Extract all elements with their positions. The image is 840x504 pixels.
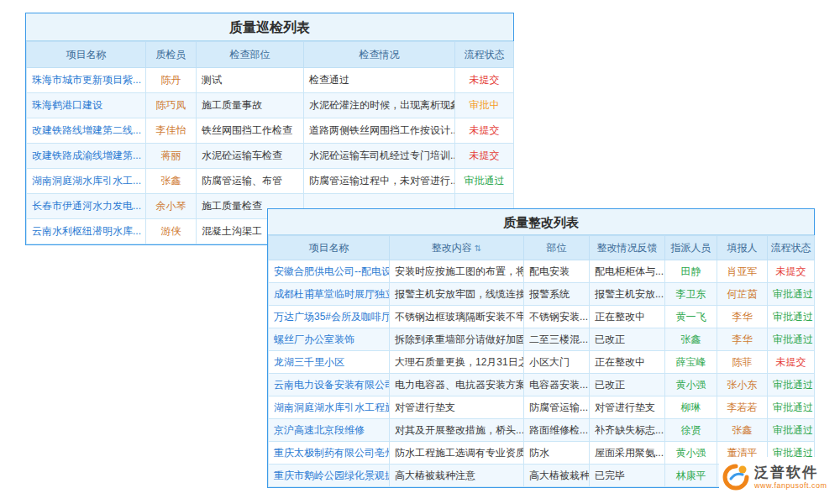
reporter-cell: 李若若 bbox=[717, 396, 768, 419]
rectify-content-cell: 安装时应按施工图的布置，将... bbox=[390, 260, 524, 283]
project-name-cell[interactable]: 龙湖三千里小区 bbox=[269, 351, 390, 374]
column-header-label: 质检员 bbox=[156, 49, 186, 60]
table-row[interactable]: 珠海市城市更新项目紫...陈丹测试检查通过未提交 bbox=[27, 68, 514, 93]
reporter-cell: 李华 bbox=[717, 306, 768, 328]
feedback-cell: 已改正 bbox=[590, 374, 665, 396]
table-row[interactable]: 云南电力设备安装有限公司20...电力电容器、电抗器安装方案,...电容器安装.… bbox=[269, 374, 815, 396]
part-cell: 不锈钢安装... bbox=[524, 306, 590, 328]
feedback-cell: 配电柜柜体与... bbox=[590, 260, 665, 283]
assignee-cell: 薛宝峰 bbox=[665, 351, 717, 374]
feedback-cell: 补齐缺失标志... bbox=[590, 419, 665, 442]
status-cell: 未提交 bbox=[768, 351, 815, 374]
column-header-inspection-detail: 检查情况 bbox=[304, 42, 455, 68]
table-row[interactable]: 安徽合肥供电公司--配电设备...安装时应按施工图的布置，将...配电安装配电柜… bbox=[269, 260, 815, 283]
table-row[interactable]: 京沪高速北京段维修对其及开展整改措施，桥头...路面维修检...补齐缺失标志..… bbox=[269, 419, 815, 442]
column-header-inspection-part: 检查部位 bbox=[197, 42, 304, 68]
assignee-cell: 田静 bbox=[665, 260, 717, 283]
assignee-cell: 张鑫 bbox=[665, 328, 717, 351]
column-header-inspector: 质检员 bbox=[146, 42, 197, 68]
table-row[interactable]: 珠海鹤港口建设陈巧凤施工质量事故水泥砼灌注的时候，出现离析现象审批中 bbox=[27, 93, 514, 118]
status-cell: 未提交 bbox=[768, 260, 815, 283]
rectify-list-panel: 质量整改列表 项目名称整改内容⇅部位整改情况反馈指派人员填报人流程状态 安徽合肥… bbox=[267, 208, 815, 488]
project-name-cell[interactable]: 重庆市鹅岭公园绿化景观提升... bbox=[269, 465, 390, 487]
project-name-cell[interactable]: 湖南洞庭湖水库引水工... bbox=[27, 169, 146, 194]
project-name-cell[interactable]: 云南电力设备安装有限公司20... bbox=[269, 374, 390, 396]
table-row[interactable]: 改建铁路线增建第二线...李佳怡铁丝网围挡工作检查道路两侧铁丝网围挡工作按设计.… bbox=[27, 118, 514, 144]
reporter-cell: 肖亚军 bbox=[717, 260, 768, 283]
status-cell: 审批通过 bbox=[768, 396, 815, 419]
brand-name: 泛普软件 bbox=[754, 465, 827, 481]
brand-url[interactable]: www.fanpusoft.com bbox=[754, 481, 827, 490]
column-header-status: 流程状态 bbox=[455, 42, 514, 68]
feedback-cell: 报警主机安放... bbox=[590, 283, 665, 306]
column-header-label: 整改内容 bbox=[432, 242, 472, 254]
table-row[interactable]: 湖南洞庭湖水库引水工程施工...对管进行垫支防腐管运输...对管进行垫支柳琳李若… bbox=[269, 396, 815, 419]
rectify-content-cell: 电力电容器、电抗器安装方案,... bbox=[390, 374, 524, 396]
status-cell: 审批通过 bbox=[768, 328, 815, 351]
status-cell: 审批通过 bbox=[768, 419, 815, 442]
part-cell: 二至三楼混... bbox=[524, 328, 590, 351]
page: 质量巡检列表 项目名称质检员检查部位检查情况流程状态 珠海市城市更新项目紫...… bbox=[0, 0, 840, 504]
column-header-label: 部位 bbox=[547, 242, 567, 254]
table-row[interactable]: 湖南洞庭湖水库引水工...张鑫防腐管运输、布管防腐管运输过程中，未对管进行...… bbox=[27, 169, 514, 194]
rectify-content-cell: 报警主机安放牢固，线缆连接... bbox=[390, 283, 524, 306]
project-name-cell[interactable]: 重庆太极制药有限公司亳州中... bbox=[269, 442, 390, 465]
table-row[interactable]: 成都杜甫草堂临时展厅独立展...报警主机安放牢固，线缆连接...报警系统报警主机… bbox=[269, 283, 815, 306]
project-name-cell[interactable]: 珠海市城市更新项目紫... bbox=[27, 68, 146, 93]
table-row[interactable]: 龙湖三千里小区大理石质量更换，12月31日之...小区大门正在整改中薛宝峰陈菲未… bbox=[269, 351, 815, 374]
inspection-detail-cell: 防腐管运输过程中，未对管进行... bbox=[304, 169, 455, 194]
status-cell: 未提交 bbox=[455, 144, 514, 169]
assignee-cell: 黄一飞 bbox=[665, 306, 717, 328]
column-header-rectify-content[interactable]: 整改内容⇅ bbox=[390, 236, 524, 260]
inspection-header-row: 项目名称质检员检查部位检查情况流程状态 bbox=[27, 42, 514, 68]
watermark-logo: 泛普软件 www.fanpusoft.com bbox=[719, 457, 838, 497]
rectify-header-row: 项目名称整改内容⇅部位整改情况反馈指派人员填报人流程状态 bbox=[269, 236, 815, 260]
reporter-cell: 陈菲 bbox=[717, 351, 768, 374]
rectify-content-cell: 对管进行垫支 bbox=[390, 396, 524, 419]
status-cell: 审批中 bbox=[455, 93, 514, 118]
project-name-cell[interactable]: 京沪高速北京段维修 bbox=[269, 419, 390, 442]
table-row[interactable]: 改建铁路成渝线增建第...蒋丽水泥砼运输车检查水泥砼运输车司机经过专门培训...… bbox=[27, 144, 514, 169]
column-header-reporter: 填报人 bbox=[717, 236, 768, 260]
project-name-cell[interactable]: 珠海鹤港口建设 bbox=[27, 93, 146, 118]
project-name-cell[interactable]: 长春市伊通河水力发电... bbox=[27, 194, 146, 219]
project-name-cell[interactable]: 湖南洞庭湖水库引水工程施工... bbox=[269, 396, 390, 419]
inspection-part-cell: 施工质量事故 bbox=[197, 93, 304, 118]
fanpu-logo-icon bbox=[722, 464, 749, 491]
inspector-cell: 李佳怡 bbox=[146, 118, 197, 144]
assignee-cell: 黄小强 bbox=[665, 374, 717, 396]
column-header-label: 检查部位 bbox=[230, 49, 270, 60]
project-name-cell[interactable]: 万达广场35#会所及咖啡厅空... bbox=[269, 306, 390, 328]
inspection-detail-cell: 道路两侧铁丝网围挡工作按设计... bbox=[304, 118, 455, 144]
inspector-cell: 余小琴 bbox=[146, 194, 197, 219]
project-name-cell[interactable]: 改建铁路线增建第二线... bbox=[27, 118, 146, 144]
status-cell: 审批通过 bbox=[768, 306, 815, 328]
column-header-label: 填报人 bbox=[727, 242, 758, 254]
column-header-project-name: 项目名称 bbox=[27, 42, 146, 68]
project-name-cell[interactable]: 改建铁路成渝线增建第... bbox=[27, 144, 146, 169]
sort-icon[interactable]: ⇅ bbox=[475, 244, 481, 253]
rectify-content-cell: 高大樁被栽种注意 bbox=[390, 465, 524, 487]
project-name-cell[interactable]: 成都杜甫草堂临时展厅独立展... bbox=[269, 283, 390, 306]
inspection-part-cell: 测试 bbox=[197, 68, 304, 93]
column-header-label: 流程状态 bbox=[465, 49, 505, 60]
project-name-cell[interactable]: 安徽合肥供电公司--配电设备... bbox=[269, 260, 390, 283]
reporter-cell: 张鑫 bbox=[717, 419, 768, 442]
table-row[interactable]: 万达广场35#会所及咖啡厅空...不锈钢边框玻璃隔断安装不牢...不锈钢安装..… bbox=[269, 306, 815, 328]
column-header-label: 整改情况反馈 bbox=[597, 242, 658, 254]
inspection-detail-cell: 水泥砼运输车司机经过专门培训... bbox=[304, 144, 455, 169]
project-name-cell[interactable]: 螺丝厂办公室装饰 bbox=[269, 328, 390, 351]
rectify-content-cell: 防水工程施工选调有专业资质... bbox=[390, 442, 524, 465]
inspector-cell: 陈巧凤 bbox=[146, 93, 197, 118]
part-cell: 防腐管运输... bbox=[524, 396, 590, 419]
table-row[interactable]: 螺丝厂办公室装饰拆除到承重墙部分请做好加固...二至三楼混...已改正张鑫李华审… bbox=[269, 328, 815, 351]
column-header-assignee: 指派人员 bbox=[665, 236, 717, 260]
assignee-cell: 李卫东 bbox=[665, 283, 717, 306]
column-header-label: 项目名称 bbox=[309, 242, 349, 254]
part-cell: 防水 bbox=[524, 442, 590, 465]
part-cell: 电容器安装... bbox=[524, 374, 590, 396]
inspector-cell: 蒋丽 bbox=[146, 144, 197, 169]
assignee-cell: 柳琳 bbox=[665, 396, 717, 419]
column-header-label: 指派人员 bbox=[671, 242, 711, 254]
project-name-cell[interactable]: 云南水利枢纽潜明水库... bbox=[27, 219, 146, 244]
